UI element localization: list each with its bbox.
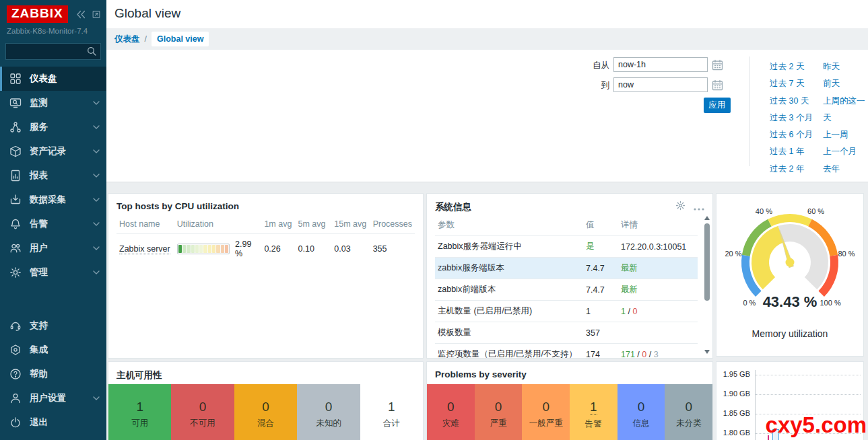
- availability-block: 0未知的: [297, 384, 360, 440]
- hide-sidebar-icon[interactable]: [92, 10, 101, 19]
- sidebar-item-users[interactable]: 用户: [0, 236, 106, 260]
- quick-range-link[interactable]: 过去 6 个月: [770, 130, 813, 139]
- quick-range-link[interactable]: 前天: [823, 79, 840, 88]
- quick-range-link[interactable]: 上周的这一天: [823, 96, 865, 122]
- availability-block-total: 1合计: [360, 384, 423, 440]
- problems-by-severity-panel: Problems by severity 0灾难 0严重 0一般严重 1告警 0…: [426, 361, 713, 440]
- quick-range-link[interactable]: 过去 2 天: [770, 62, 804, 71]
- table-row: 主机数量 (已启用/已禁用) 1 1 / 0: [435, 301, 698, 322]
- table-row: zabbix前端版本 7.4.7 最新: [435, 279, 698, 301]
- severity-block: 0一般严重: [522, 384, 570, 440]
- sidebar-item-alerts[interactable]: 告警: [0, 212, 106, 236]
- sidebar-item-label: 仪表盘: [30, 73, 57, 85]
- apply-button[interactable]: 应用: [704, 98, 731, 113]
- to-calendar-button[interactable]: [712, 78, 725, 91]
- quick-ranges-col1: 过去 2 天 过去 7 天 过去 30 天 过去 3 个月 过去 6 个月 过去…: [770, 58, 813, 177]
- host-availability-panel: 主机可用性 1可用 0不可用 0混合 0未知的 1合计: [108, 361, 424, 440]
- quick-range-link[interactable]: 过去 2 年: [770, 164, 804, 174]
- panel-title: Top hosts by CPU utilization: [108, 194, 423, 215]
- sidebar-item-help[interactable]: 帮助: [0, 362, 106, 386]
- services-icon: [9, 121, 22, 133]
- svg-text:43.43 %: 43.43 %: [763, 293, 817, 310]
- table-row: zabbix服务端版本 7.4.7 最新: [435, 258, 698, 279]
- chevron-down-icon: [93, 396, 100, 400]
- sidebar-item-dashboard[interactable]: 仪表盘: [0, 67, 106, 91]
- panel-menu-icon[interactable]: [694, 201, 704, 213]
- column-header: 参数: [435, 216, 583, 236]
- sidebar-item-administration[interactable]: 管理: [0, 260, 106, 285]
- users-icon: [9, 242, 22, 254]
- page-title: Global view: [106, 0, 868, 21]
- from-input[interactable]: [613, 57, 708, 72]
- svg-text:40 %: 40 %: [756, 207, 772, 215]
- help-icon: [9, 368, 22, 380]
- sidebar-item-services[interactable]: 服务: [0, 115, 106, 139]
- sidebar-item-label: 资产记录: [30, 145, 66, 157]
- page-header: Global view: [106, 0, 868, 28]
- warning-count-link[interactable]: 1: [590, 400, 597, 415]
- quick-range-link[interactable]: 上一个月: [823, 147, 857, 156]
- sidebar-item-signout[interactable]: 退出: [0, 410, 106, 435]
- sidebar-item-reports[interactable]: 报表: [0, 163, 106, 188]
- scroll-down-icon[interactable]: [704, 350, 710, 354]
- quick-range-link[interactable]: 过去 3 个月: [770, 113, 813, 122]
- panel-title: 系统信息: [435, 201, 471, 213]
- column-header: 5m avg: [296, 215, 332, 234]
- main-menu: 仪表盘 监测 服务 资产记录 报表 数据采集 告警: [0, 67, 106, 285]
- sidebar-item-integrations[interactable]: 集成: [0, 338, 106, 362]
- sidebar-item-monitoring[interactable]: 监测: [0, 91, 106, 115]
- sidebar-item-support[interactable]: 支持: [0, 314, 106, 338]
- quick-range-link[interactable]: 昨天: [823, 62, 840, 71]
- quick-range-link[interactable]: 过去 7 天: [770, 79, 804, 88]
- breadcrumb-current[interactable]: Global view: [152, 32, 209, 46]
- sidebar-item-user-settings[interactable]: 用户设置: [0, 386, 106, 410]
- severity-block: 0未分类: [665, 384, 712, 440]
- panel-title: 主机可用性: [108, 362, 423, 386]
- quick-range-link[interactable]: 上一周: [823, 130, 848, 139]
- from-label: 自从: [587, 60, 609, 71]
- y-tick-label: 1.95 GB: [716, 370, 750, 378]
- sidebar-item-label: 帮助: [30, 368, 48, 380]
- to-input[interactable]: [613, 77, 708, 92]
- to-label: 到: [587, 80, 609, 91]
- scrollbar-thumb[interactable]: [704, 223, 710, 301]
- reports-icon: [9, 170, 22, 182]
- scroll-up-icon[interactable]: [704, 216, 710, 220]
- host-link[interactable]: Zabbix server: [119, 244, 170, 254]
- gauge-title: Memory utilization: [716, 328, 863, 339]
- table-row: 模板数量 357: [435, 322, 698, 344]
- y-tick-label: 1.80 GB: [716, 429, 750, 437]
- quick-range-link[interactable]: 过去 1 年: [770, 147, 804, 156]
- sidebar-item-label: 用户设置: [30, 392, 66, 404]
- power-icon: [9, 416, 22, 429]
- top-hosts-panel: Top hosts by CPU utilization Host name U…: [108, 193, 424, 359]
- utilization-bar: [177, 244, 230, 254]
- breadcrumb-dashboard-link[interactable]: 仪表盘: [114, 34, 140, 45]
- availability-block: 0混合: [234, 384, 297, 440]
- y-tick-label: 1.85 GB: [716, 409, 750, 417]
- cube-icon: [9, 344, 22, 356]
- dashboard-icon: [9, 73, 22, 85]
- panel-gear-icon[interactable]: [675, 200, 686, 213]
- chevron-down-icon: [93, 149, 100, 153]
- footer-menu: 支持 集成 帮助 用户设置 退出: [0, 314, 106, 435]
- sidebar-item-label: 退出: [30, 416, 48, 429]
- sidebar-item-inventory[interactable]: 资产记录: [0, 139, 106, 163]
- zabbix-logo[interactable]: ZABBIX: [7, 5, 68, 23]
- collapse-sidebar-icon[interactable]: [76, 10, 86, 19]
- sidebar-item-label: 监测: [30, 97, 48, 109]
- processes: 355: [370, 234, 415, 264]
- quick-range-link[interactable]: 去年: [823, 164, 840, 174]
- quick-range-link[interactable]: 过去 30 天: [770, 96, 809, 106]
- from-calendar-button[interactable]: [712, 58, 725, 71]
- breadcrumb-separator: /: [145, 34, 147, 44]
- sidebar-item-label: 集成: [30, 344, 48, 356]
- svg-text:20 %: 20 %: [725, 250, 741, 258]
- sidebar-item-label: 数据采集: [30, 194, 66, 206]
- sidebar-item-data-collection[interactable]: 数据采集: [0, 188, 106, 212]
- svg-text:0 %: 0 %: [743, 299, 756, 307]
- chevron-down-icon: [93, 101, 100, 105]
- chevron-down-icon: [93, 174, 100, 178]
- time-filter: 自从 到 应用 过去 2 天 过去 7 天 过去 30 天 过去 3 个月 过去…: [106, 50, 868, 182]
- filter-divider: [749, 57, 750, 166]
